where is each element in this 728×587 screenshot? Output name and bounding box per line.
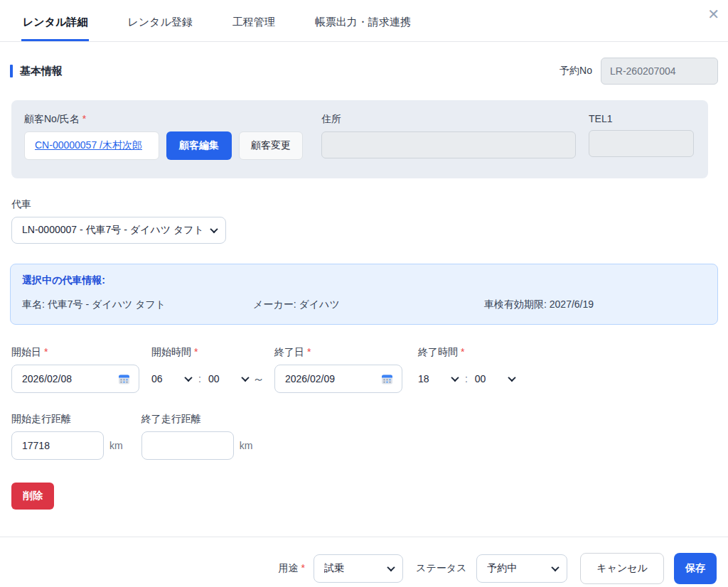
customer-change-button[interactable]: 顧客変更 [239, 131, 303, 160]
start-time-group: 開始時間* 06 : 00 [151, 346, 248, 393]
tab-rental-detail[interactable]: レンタル詳細 [21, 14, 89, 41]
chevron-down-icon [210, 225, 218, 233]
chevron-down-icon [241, 374, 249, 382]
customer-panel: 顧客No/氏名* CN-00000057 /木村次郎 顧客編集 顧客変更 住所 … [11, 100, 708, 178]
loaner-info-title: 選択中の代車情報: [22, 274, 706, 287]
loaner-label: 代車 [11, 198, 717, 211]
status-label: ステータス [416, 562, 466, 575]
end-mileage-label: 終了走行距離 [141, 413, 253, 426]
chevron-down-icon [508, 374, 515, 382]
mileage-row: 開始走行距離 km 終了走行距離 km [11, 413, 717, 460]
status-select[interactable]: 予約中 [476, 554, 567, 583]
end-mileage-input[interactable] [141, 431, 234, 460]
chevron-down-icon [184, 374, 192, 382]
customer-name-group: 顧客No/氏名* CN-00000057 /木村次郎 顧客編集 顧客変更 [24, 113, 303, 160]
loaner-info-panel: 選択中の代車情報: 車名: 代車7号 - ダイハツ タフト メーカー: ダイハツ… [10, 264, 718, 325]
time-colon-separator: : [198, 365, 201, 393]
rental-period-row: 開始日* 2026/02/08 開始時間* 06 : 00 [11, 346, 717, 393]
delete-row: 削除 [11, 483, 717, 510]
time-colon-separator: : [465, 365, 468, 393]
customer-edit-button[interactable]: 顧客編集 [166, 131, 232, 160]
mileage-unit: km [240, 440, 253, 451]
reservation-no-label: 予約No [560, 65, 592, 77]
chevron-down-icon [451, 374, 459, 382]
start-mileage-group: 開始走行距離 km [11, 413, 123, 460]
address-field [321, 131, 576, 158]
purpose-label: 用途* [279, 562, 305, 575]
start-mileage-input[interactable] [11, 431, 104, 460]
loaner-maker: メーカー: ダイハツ [253, 298, 484, 311]
tab-report-output[interactable]: 帳票出力・請求連携 [314, 14, 412, 41]
end-date-input[interactable]: 2026/02/09 [274, 365, 402, 393]
required-mark: * [301, 562, 305, 573]
address-label: 住所 [321, 113, 576, 126]
required-mark: * [461, 346, 464, 357]
basic-info-header-row: 基本情報 予約No [10, 58, 718, 85]
end-time-group: 終了時間* 18 : 00 [418, 346, 515, 393]
loaner-group: 代車 LN-0000007 - 代車7号 - ダイハツ タフト [11, 198, 717, 244]
mileage-unit: km [109, 440, 123, 451]
address-group: 住所 [321, 113, 576, 158]
tel-label: TEL1 [589, 113, 694, 124]
loaner-car-name: 車名: 代車7号 - ダイハツ タフト [22, 298, 253, 311]
tel-group: TEL1 [589, 113, 694, 157]
loaner-selected-value: LN-0000007 - 代車7号 - ダイハツ タフト [22, 224, 204, 237]
tab-rental-register[interactable]: レンタル登録 [126, 14, 193, 41]
customer-link[interactable]: CN-00000057 /木村次郎 [35, 139, 142, 152]
end-date-label: 終了日* [274, 346, 402, 359]
start-minute-select[interactable]: 00 [208, 365, 248, 393]
required-mark: * [307, 346, 311, 357]
tel-field [589, 130, 694, 157]
calendar-icon[interactable] [381, 373, 393, 385]
tab-process-management[interactable]: 工程管理 [231, 14, 277, 41]
start-date-group: 開始日* 2026/02/08 [11, 346, 139, 393]
reservation-no-group: 予約No [560, 58, 718, 85]
purpose-select[interactable]: 試乗 [314, 554, 403, 583]
end-mileage-group: 終了走行距離 km [141, 413, 253, 460]
start-date-label: 開始日* [11, 346, 139, 359]
footer-bar: 用途* 試乗 ステータス 予約中 キャンセル 保存 [0, 537, 728, 584]
section-title: 基本情報 [10, 65, 63, 78]
rental-detail-modal: ✕ レンタル詳細 レンタル登録 工程管理 帳票出力・請求連携 基本情報 予約No… [0, 0, 728, 587]
required-mark: * [44, 346, 48, 357]
chevron-down-icon [552, 564, 560, 571]
section-title-label: 基本情報 [20, 65, 63, 78]
chevron-down-icon [387, 564, 395, 571]
period-tilde-separator: ～ [252, 365, 264, 393]
customer-link-box: CN-00000057 /木村次郎 [24, 131, 159, 160]
loaner-inspection-expiry: 車検有効期限: 2027/6/19 [484, 298, 594, 311]
section-accent-bar [10, 65, 13, 77]
end-date-group: 終了日* 2026/02/09 [274, 346, 402, 393]
save-button[interactable]: 保存 [674, 553, 717, 584]
start-hour-select[interactable]: 06 [151, 365, 191, 393]
delete-button[interactable]: 削除 [11, 483, 54, 510]
end-hour-select[interactable]: 18 [418, 365, 458, 393]
close-icon[interactable]: ✕ [707, 7, 719, 21]
required-mark: * [194, 346, 198, 357]
cancel-button[interactable]: キャンセル [580, 553, 664, 584]
loaner-select[interactable]: LN-0000007 - 代車7号 - ダイハツ タフト [11, 217, 226, 244]
start-date-input[interactable]: 2026/02/08 [11, 365, 139, 393]
reservation-no-field [601, 58, 718, 85]
end-minute-select[interactable]: 00 [475, 365, 515, 393]
start-mileage-label: 開始走行距離 [11, 413, 123, 426]
required-mark: * [82, 113, 86, 124]
tab-bar: レンタル詳細 レンタル登録 工程管理 帳票出力・請求連携 [0, 0, 728, 42]
end-time-label: 終了時間* [418, 346, 515, 359]
start-time-label: 開始時間* [151, 346, 248, 359]
customer-no-label: 顧客No/氏名* [24, 113, 303, 126]
calendar-icon[interactable] [118, 373, 130, 385]
